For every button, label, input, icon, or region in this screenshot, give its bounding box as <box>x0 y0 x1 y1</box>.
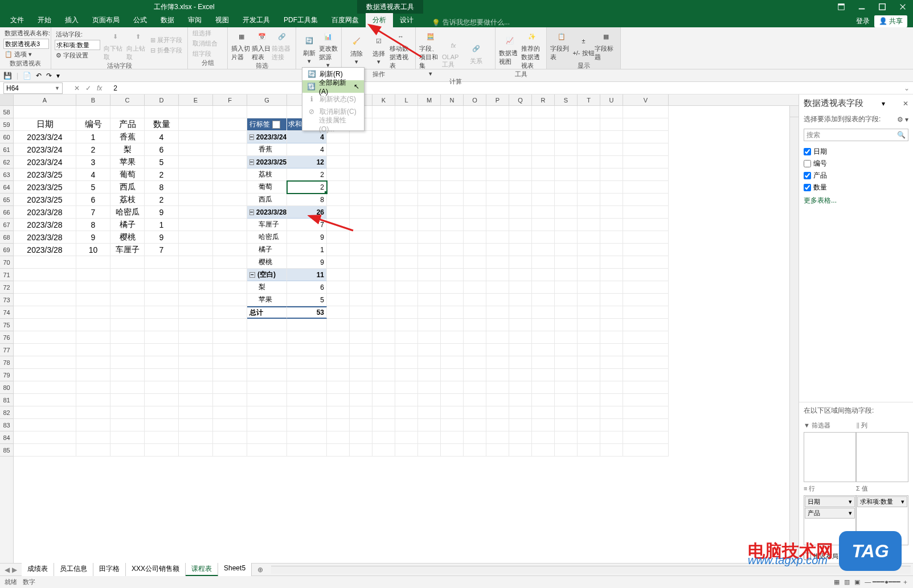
cell[interactable]: 7 <box>287 219 327 231</box>
cell[interactable]: 2023/3/24 <box>14 131 76 143</box>
cell[interactable] <box>532 431 555 444</box>
cell[interactable] <box>486 381 509 394</box>
column-header[interactable]: P <box>486 94 509 105</box>
cell[interactable] <box>441 131 464 143</box>
pivot-row-filter-icon[interactable]: ▾ <box>272 121 280 129</box>
cell[interactable] <box>555 244 578 256</box>
cell[interactable] <box>372 406 395 419</box>
collapse-icon[interactable]: − <box>249 272 255 278</box>
clear-button[interactable]: 🧹清除 ▾ <box>345 34 367 65</box>
cell[interactable] <box>532 143 555 156</box>
cell[interactable] <box>509 431 532 444</box>
cell[interactable] <box>247 369 287 381</box>
area-item[interactable]: 日期▾ <box>805 496 855 507</box>
cell[interactable] <box>350 181 372 194</box>
cell[interactable] <box>555 344 578 356</box>
cell[interactable] <box>555 369 578 381</box>
minimize-icon[interactable] <box>851 0 872 14</box>
cell[interactable] <box>578 444 600 457</box>
cell[interactable]: 荔枝 <box>247 168 287 181</box>
cell[interactable] <box>418 294 441 306</box>
cell[interactable]: 5 <box>76 181 110 194</box>
cell[interactable]: 苹果 <box>110 156 145 168</box>
cell[interactable] <box>509 281 532 294</box>
cell[interactable] <box>578 168 600 181</box>
cell[interactable] <box>372 106 395 118</box>
field-item[interactable]: 数量 <box>804 182 908 194</box>
cell[interactable] <box>555 381 578 394</box>
cell[interactable] <box>395 331 418 344</box>
cell[interactable] <box>509 106 532 118</box>
cell[interactable]: 总计 <box>247 306 287 319</box>
cell[interactable] <box>327 168 350 181</box>
cell[interactable] <box>623 194 669 206</box>
cell[interactable] <box>213 256 247 269</box>
cell[interactable] <box>14 419 76 431</box>
cell[interactable] <box>395 319 418 331</box>
cell[interactable] <box>509 444 532 457</box>
cell[interactable] <box>532 118 555 131</box>
cell[interactable] <box>623 344 669 356</box>
cell[interactable]: 2023/3/28 <box>14 206 76 219</box>
cell[interactable] <box>532 219 555 231</box>
cell[interactable] <box>623 181 669 194</box>
cell[interactable] <box>327 444 350 457</box>
cell[interactable] <box>623 156 669 168</box>
cell[interactable] <box>372 256 395 269</box>
cell[interactable] <box>327 143 350 156</box>
cell[interactable] <box>179 194 213 206</box>
cell[interactable] <box>179 168 213 181</box>
cell[interactable] <box>350 281 372 294</box>
cell[interactable] <box>532 306 555 319</box>
cell[interactable] <box>213 106 247 118</box>
cell[interactable] <box>600 381 623 394</box>
cell[interactable] <box>600 131 623 143</box>
tab-数据[interactable]: 数据 <box>154 13 181 27</box>
chevron-down-icon[interactable]: ▾ <box>901 498 904 505</box>
cell[interactable] <box>555 106 578 118</box>
cell[interactable] <box>623 319 669 331</box>
cell[interactable] <box>486 406 509 419</box>
insert-slicer-button[interactable]: ▦插入切片器 <box>231 28 252 61</box>
row-header[interactable]: 59 <box>0 118 13 131</box>
cell[interactable] <box>532 194 555 206</box>
cell[interactable]: 2023/3/25 <box>14 194 76 206</box>
cell[interactable] <box>555 294 578 306</box>
cell[interactable] <box>287 406 327 419</box>
cell[interactable] <box>372 294 395 306</box>
cell[interactable] <box>486 194 509 206</box>
area-item[interactable]: 产品▾ <box>805 508 855 519</box>
cell[interactable] <box>418 344 441 356</box>
cell[interactable] <box>418 281 441 294</box>
cell[interactable] <box>464 281 486 294</box>
cell[interactable] <box>372 181 395 194</box>
cell[interactable]: 10 <box>76 244 110 256</box>
cell[interactable] <box>509 406 532 419</box>
cell[interactable] <box>179 244 213 256</box>
cell[interactable] <box>555 143 578 156</box>
cell[interactable] <box>441 106 464 118</box>
column-headers[interactable]: ABCDEFGHIJKLMNOPQRSTUV <box>0 94 799 106</box>
cell[interactable] <box>76 106 110 118</box>
cell[interactable] <box>179 131 213 143</box>
cell[interactable] <box>509 181 532 194</box>
cell[interactable]: 产品 <box>110 118 145 131</box>
cell[interactable] <box>623 206 669 219</box>
cell[interactable] <box>327 344 350 356</box>
cell[interactable] <box>372 356 395 369</box>
cell[interactable] <box>600 231 623 244</box>
cell[interactable] <box>623 168 669 181</box>
cell[interactable] <box>578 294 600 306</box>
column-header[interactable]: V <box>623 94 669 105</box>
accept-formula-icon[interactable]: ✓ <box>85 84 91 92</box>
cell[interactable] <box>145 331 179 344</box>
cell[interactable] <box>623 256 669 269</box>
cell[interactable] <box>395 344 418 356</box>
row-headers[interactable]: 5859606162636465666768697071727374757677… <box>0 106 14 563</box>
cell[interactable] <box>623 331 669 344</box>
cell[interactable] <box>418 206 441 219</box>
cell[interactable] <box>213 156 247 168</box>
cell[interactable] <box>441 269 464 281</box>
cell[interactable] <box>623 356 669 369</box>
cell[interactable] <box>247 331 287 344</box>
